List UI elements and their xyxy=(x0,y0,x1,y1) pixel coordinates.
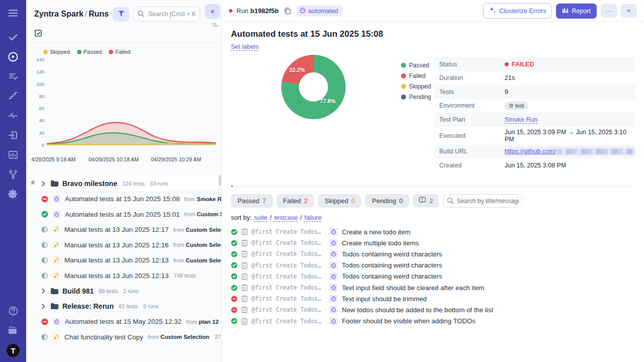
run-title: Automated tests at 15 Jun 2025 15:08 xyxy=(231,29,635,39)
donut-legend: Passed Failed Skipped Pending xyxy=(401,62,431,104)
sort-label: sort by: xyxy=(231,214,252,221)
run-list-item[interactable]: Automated tests at 15 May 2025 12:32 fro… xyxy=(26,314,221,330)
detail-value: Jun 15, 2025 3:09 PM → Jun 15, 2025 3:10… xyxy=(505,129,630,143)
search-icon xyxy=(137,10,144,19)
play-circle-icon[interactable] xyxy=(7,51,19,63)
chip-count: 0 xyxy=(351,197,355,205)
test-row[interactable]: @first Create Todos… Todos containing we… xyxy=(231,248,635,259)
manual-icon xyxy=(52,272,60,280)
test-passed-icon xyxy=(231,240,237,246)
legend-dot xyxy=(77,50,82,54)
test-row[interactable]: @first Create Todos… Footer should be vi… xyxy=(231,316,635,327)
panel-resize-icon[interactable] xyxy=(212,20,218,29)
tests-search-input[interactable] xyxy=(443,194,522,208)
run-list-item[interactable]: Manual tests at 13 Jun 2025 12:17 from C… xyxy=(26,222,221,238)
x-tick-label: 4/28/2025 9:19 AM xyxy=(31,156,75,162)
set-labels-link[interactable]: Set labels xyxy=(231,43,259,50)
tests-list: @first Create Todos… Create a new todo i… xyxy=(231,226,635,327)
projects-icon[interactable] xyxy=(7,324,19,336)
copy-icon[interactable] xyxy=(283,6,292,16)
bar-chart-icon[interactable] xyxy=(7,149,19,161)
status-failed-icon xyxy=(41,196,48,203)
sign-in-icon[interactable] xyxy=(7,129,19,141)
detail-tab[interactable] xyxy=(259,180,261,187)
automated-icon xyxy=(53,318,60,325)
chevron-right-icon[interactable] xyxy=(41,304,46,309)
clipboard-icon xyxy=(242,318,248,325)
status-filter-chip[interactable]: Failed 2 xyxy=(277,194,314,208)
app-logo[interactable]: T xyxy=(7,344,20,357)
detail-label: Status xyxy=(439,61,505,68)
sort-link[interactable]: suite xyxy=(254,214,267,221)
run-list-item[interactable]: Manual tests at 13 Jun 2025 12:16 from C… xyxy=(26,237,221,253)
run-type-badge[interactable]: automated xyxy=(296,6,343,17)
status-filter-chip[interactable]: Passed 7 xyxy=(231,194,273,208)
manual-icon xyxy=(52,256,60,264)
pulse-icon[interactable] xyxy=(7,110,19,122)
report-button[interactable]: Report xyxy=(556,4,597,19)
run-list-item[interactable]: Release: Rerun 61 tests 9 runs xyxy=(26,299,221,314)
detail-row: Tests 9 xyxy=(434,85,635,99)
run-source: from Smoke Run xyxy=(184,196,221,202)
status-partial-icon xyxy=(41,226,48,233)
test-passed-icon xyxy=(231,273,237,280)
legend-label: Skipped xyxy=(50,49,70,55)
detail-row: Environment ⚙test xyxy=(434,99,635,113)
check-icon[interactable] xyxy=(7,31,19,43)
more-button[interactable]: ··· xyxy=(601,4,617,18)
help-icon[interactable] xyxy=(7,305,19,317)
clusterize-errors-button[interactable]: Clusterize Errors xyxy=(483,3,552,19)
legend-item: Pending xyxy=(401,94,431,101)
list-check-icon[interactable] xyxy=(7,70,19,82)
status-filter-chip[interactable]: Skipped 0 xyxy=(318,194,361,208)
test-row[interactable]: @first Create Todos… Text input should b… xyxy=(231,293,635,304)
sort-option: testcase / xyxy=(274,214,302,221)
test-row[interactable]: @first Create Todos… Text input field sh… xyxy=(231,282,635,293)
run-source-name: Custom Selection xyxy=(186,257,221,263)
test-row[interactable]: @first Create Todos… Create multiple tod… xyxy=(231,237,635,248)
menu-icon[interactable] xyxy=(7,7,19,19)
gear-icon[interactable] xyxy=(7,188,19,200)
select-runs-icon[interactable] xyxy=(34,29,43,38)
folder-name: Release: Rerun xyxy=(62,302,114,310)
chevron-right-icon[interactable] xyxy=(41,181,46,187)
legend-item: Skipped xyxy=(401,83,431,90)
run-list-item[interactable]: Automated tests at 15 Jun 2025 15:01 fro… xyxy=(26,207,221,222)
test-row[interactable]: @first Create Todos… Create a new todo i… xyxy=(231,226,635,237)
status-partial-icon xyxy=(41,242,48,248)
chevron-right-icon[interactable] xyxy=(41,288,46,294)
close-run-button[interactable]: × xyxy=(621,4,637,18)
test-row[interactable]: @first Create Todos… New todos should be… xyxy=(231,304,635,315)
legend-label: Passed xyxy=(84,49,102,55)
automated-icon xyxy=(299,7,306,15)
runs-trend-chart: Skipped Passed Failed 020406080100120140… xyxy=(26,43,221,164)
run-source-name: Custom Selection xyxy=(197,211,221,217)
tests-count: 61 tests xyxy=(119,303,138,309)
run-list-item[interactable]: Automated tests at 15 Jun 2025 15:08 fro… xyxy=(26,192,221,207)
test-plan-link[interactable]: Smoke Run xyxy=(505,116,537,123)
folder-name: Bravo milestone xyxy=(62,179,117,188)
scrollbar-thumb[interactable] xyxy=(219,175,221,186)
test-row[interactable]: @first Create Todos… Todos containing we… xyxy=(231,271,635,282)
manual-icon xyxy=(52,241,60,249)
sort-link[interactable]: failure xyxy=(304,214,321,221)
legend-dot xyxy=(401,73,406,78)
filter-button[interactable] xyxy=(113,7,129,22)
detail-tab[interactable] xyxy=(245,180,247,187)
build-url-link[interactable]: https://github.com/ xyxy=(505,148,556,155)
run-list-item[interactable]: Manual tests at 13 Jun 2025 12:13 from C… xyxy=(26,253,221,268)
run-list-item[interactable]: Build 981 88 tests 2 runs xyxy=(26,284,221,299)
run-list-item[interactable]: Bravo milestone 124 tests 33 runs xyxy=(26,176,218,192)
run-list-item[interactable]: Manual tests at 13 Jun 2025 12:13 748 te… xyxy=(26,268,221,284)
runs-search xyxy=(133,7,200,22)
x-tick-label: 04/29/2025 10:18 AM xyxy=(89,156,139,162)
run-list-item[interactable]: Chat functinality test Copy from Custom … xyxy=(26,329,221,345)
panel-close-button[interactable]: × xyxy=(205,4,220,18)
sort-link[interactable]: testcase xyxy=(274,214,298,221)
steps-icon[interactable] xyxy=(7,90,19,102)
status-filter-chip[interactable]: Pending 0 xyxy=(365,194,409,208)
comments-filter-chip[interactable]: 2 xyxy=(413,194,438,208)
git-branch-icon[interactable] xyxy=(7,168,19,180)
detail-tab[interactable] xyxy=(231,180,233,187)
test-row[interactable]: @first Create Todos… Todos containing we… xyxy=(231,260,635,271)
